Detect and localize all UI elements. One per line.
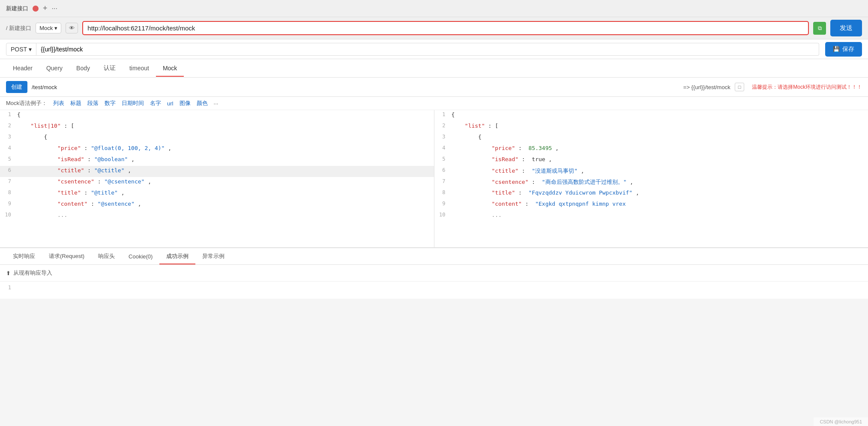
right-code-editor[interactable]: 1 { 2 "list" : [ 3 { 4 "price" : 85.3495… [434,110,868,247]
url-input[interactable] [87,24,804,32]
code-line: 8 "title" : "@title" , [0,188,434,199]
mock-example-label: Mock语法例子： [6,99,47,107]
mock-tag-url[interactable]: url [167,100,173,107]
code-line: 4 "price" : 85.3495 , [434,144,868,155]
chevron-down-icon: ▾ [54,25,57,31]
code-line: 9 "content" : "@sentence" , [0,199,434,210]
mock-tag-image[interactable]: 图像 [180,99,191,107]
left-code-editor[interactable]: 1 { 2 "list|10" : [ 3 { 4 "price" : "@fl… [0,110,434,247]
code-line: 7 "csentence" : "@csentence" , [0,177,434,188]
tab-cookie[interactable]: Cookie(0) [122,249,159,264]
mock-tag-title[interactable]: 标题 [70,99,81,107]
method-row: POST ▾ 💾 保存 [0,39,868,59]
mock-path: /test/mock [32,84,57,90]
tab-request[interactable]: 请求(Request) [42,248,91,264]
tab-error-example[interactable]: 异常示例 [195,248,231,264]
tab-header[interactable]: Header [6,60,39,77]
warn-text: 温馨提示：请选择Mock环境进行访问测试！！！ [752,84,862,91]
code-line: 7 "csentence" : "商命后强高数阶式进千过维别。" , [434,177,868,188]
env-select[interactable]: Mock ▾ [36,23,61,33]
env-label: Mock [39,25,53,31]
mock-editor-area: 创建 /test/mock => {{url}}/test/mock □ 温馨提… [0,78,868,247]
tab-dot [33,6,39,12]
method-label: POST [11,46,27,53]
import-icon: ⬆ [6,270,11,276]
code-line: 6 "ctitle" : "@ctitle" , [0,166,434,177]
code-line: 2 "list|10" : [ [0,121,434,132]
save-button[interactable]: 💾 保存 [825,42,862,57]
tab-response-header[interactable]: 响应头 [91,248,122,264]
code-line: 3 { [0,132,434,144]
copy-icon: ⧉ [818,25,822,32]
mock-more-button[interactable]: ··· [214,100,218,107]
send-button[interactable]: 发送 [830,20,862,36]
mock-tag-name[interactable]: 名字 [150,99,161,107]
request-tabs: Header Query Body 认证 timeout Mock [0,59,868,78]
create-button[interactable]: 创建 [6,81,27,93]
tab-success-example[interactable]: 成功示例 [159,248,195,264]
title-bar: 新建接口 + ··· [0,0,868,17]
method-url-input[interactable] [36,43,819,56]
code-line: 10 ... [0,210,434,222]
copy-url-button[interactable]: ⧉ [813,22,826,35]
more-options-button[interactable]: ··· [52,5,57,12]
tab-mock[interactable]: Mock [156,60,184,77]
mock-tag-number[interactable]: 数字 [105,99,116,107]
arrow-path: => {{url}}/test/mock [683,84,730,90]
preview-button[interactable]: 👁 [66,23,78,33]
copy-path-button[interactable]: □ [735,83,745,91]
code-line: 5 "isRead" : "@boolean" , [0,155,434,166]
tab-timeout[interactable]: timeout [123,60,156,77]
bottom-code-editor[interactable]: 1 [0,282,868,299]
breadcrumb: / 新建接口 [6,24,31,32]
code-line: 2 "list" : [ [434,121,868,132]
code-editors: 1 { 2 "list|10" : [ 3 { 4 "price" : "@fl… [0,110,868,247]
method-chevron-icon: ▾ [29,46,32,53]
code-line: 6 "ctitle" : "没道斯或马事切" , [434,166,868,177]
url-input-wrapper [82,21,809,35]
response-tabs: 实时响应 请求(Request) 响应头 Cookie(0) 成功示例 异常示例 [0,247,868,265]
tab-auth[interactable]: 认证 [97,59,123,77]
mock-tag-datetime[interactable]: 日期时间 [122,99,144,107]
mock-tag-color[interactable]: 颜色 [197,99,208,107]
mock-tag-paragraph[interactable]: 段落 [87,99,99,107]
tab-body[interactable]: Body [69,60,97,77]
code-line: 9 "content" : "Exgkd qxtpnqpnf kimnp vre… [434,199,868,210]
code-line: 4 "price" : "@float(0, 100, 2, 4)" , [0,144,434,155]
code-line: 1 [0,283,868,294]
editor-header: 创建 /test/mock => {{url}}/test/mock □ 温馨提… [0,78,868,97]
save-icon: 💾 [833,46,840,52]
address-bar: / 新建接口 Mock ▾ 👁 ⧉ 发送 [0,17,868,39]
new-tab-button[interactable]: + [43,4,48,13]
method-select[interactable]: POST ▾ [6,43,36,56]
tab-title: 新建接口 [6,5,28,12]
code-line: 5 "isRead" : true , [434,155,868,166]
tab-realtime[interactable]: 实时响应 [6,248,42,264]
tab-query[interactable]: Query [39,60,69,77]
mock-examples-row: Mock语法例子： 列表 标题 段落 数字 日期时间 名字 url 图像 颜色 … [0,97,868,110]
import-row[interactable]: ⬆ 从现有响应导入 [0,265,868,282]
save-label: 保存 [842,45,854,53]
mock-tag-list[interactable]: 列表 [53,99,64,107]
code-line: 1 { [434,110,868,121]
code-line: 8 "title" : "Fqvzqddzv Yduicwrom Pwpcxbv… [434,188,868,199]
code-line: 10 ... [434,210,868,222]
import-label: 从现有响应导入 [13,269,52,277]
code-line: 3 { [434,132,868,144]
code-line: 1 { [0,110,434,121]
